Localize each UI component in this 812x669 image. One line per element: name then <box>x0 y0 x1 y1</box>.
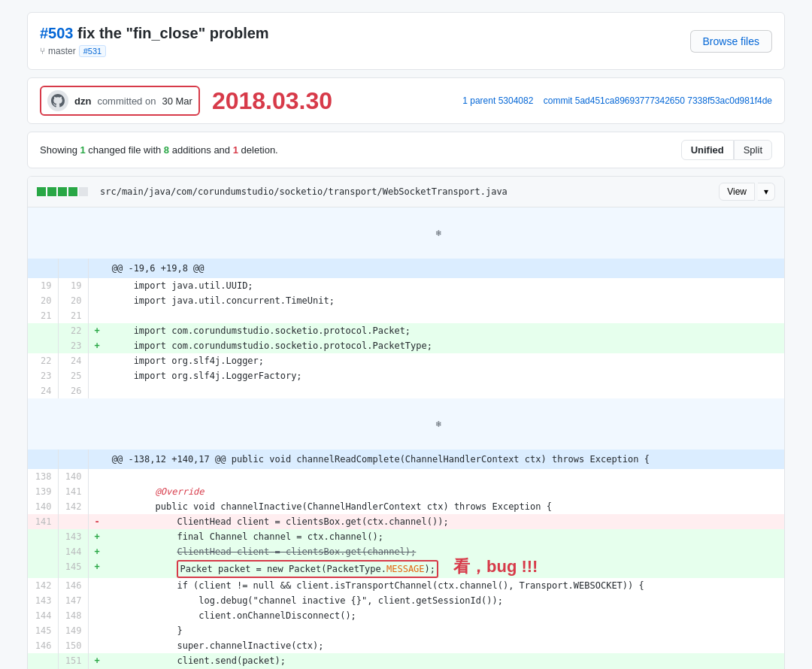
line-num-new: 143 <box>58 529 88 544</box>
with-label: with <box>144 144 161 156</box>
line-num-new: 148 <box>58 608 88 623</box>
line-num-new: 22 <box>58 323 88 338</box>
hunk-linenum-old-2 <box>28 450 58 469</box>
table-row: 138 140 <box>28 469 784 484</box>
line-code: ClientHead client = clientsBox.get(chann… <box>106 544 784 559</box>
line-num-new: 140 <box>58 469 88 484</box>
line-num-old: 139 <box>28 484 58 499</box>
line-marker: - <box>88 514 106 529</box>
line-num-new: 19 <box>58 278 88 293</box>
stats-bar: Showing 1 changed file with 8 additions … <box>27 132 785 168</box>
hunk-expand-row-2[interactable]: ❄ <box>28 398 784 450</box>
commit-title-area: #503 fix the "fin_close" problem ⑂ maste… <box>40 25 269 57</box>
line-code: log.debug("channel inactive {}", client.… <box>106 593 784 608</box>
line-num-new: 24 <box>58 353 88 368</box>
expand-icon-2: ❄ <box>436 419 441 429</box>
line-num-old: 141 <box>28 514 58 529</box>
line-code: import java.util.concurrent.TimeUnit; <box>106 293 784 308</box>
sq-3 <box>58 187 67 196</box>
stats-text: Showing 1 changed file with 8 additions … <box>40 144 278 156</box>
pr-badge[interactable]: #531 <box>79 45 106 57</box>
line-code: client.send(packet); <box>106 653 784 668</box>
table-row: 144 + ClientHead client = clientsBox.get… <box>28 544 784 559</box>
line-marker: + <box>88 338 106 353</box>
line-num-old <box>28 529 58 544</box>
commit-label: commit <box>544 95 573 106</box>
and-label: and <box>214 144 230 156</box>
changed-label: changed file <box>88 144 141 156</box>
line-num-new: 23 <box>58 338 88 353</box>
line-num-new: 146 <box>58 578 88 593</box>
line-num-old: 146 <box>28 638 58 653</box>
parent-label: 1 parent <box>462 95 495 106</box>
parent-hash[interactable]: 5304082 <box>498 95 534 106</box>
line-marker <box>88 608 106 623</box>
line-marker: + <box>88 653 106 668</box>
commit-title-text: fix the "fin_close" problem <box>77 25 269 41</box>
diff-table: ❄ @@ -19,6 +19,8 @@ 19 19 import java.ut… <box>28 207 784 669</box>
showing-label: Showing <box>40 144 77 156</box>
line-num-new: 20 <box>58 293 88 308</box>
line-marker <box>88 623 106 638</box>
browse-files-button[interactable]: Browse files <box>690 30 772 53</box>
line-num-new: 141 <box>58 484 88 499</box>
line-marker <box>88 469 106 484</box>
split-toggle[interactable]: Split <box>734 140 772 160</box>
file-header-right: View ▾ <box>719 183 775 201</box>
line-num-new: 145 <box>58 559 88 578</box>
view-button[interactable]: View <box>719 183 755 201</box>
line-num-old: 140 <box>28 499 58 514</box>
commit-info-bar: dzn committed on 30 Mar 2018.03.30 1 par… <box>27 77 785 124</box>
expand-icon: ❄ <box>436 228 441 238</box>
line-code: client.onChannelDisconnect(); <box>106 608 784 623</box>
unified-toggle[interactable]: Unified <box>681 140 734 160</box>
table-row: 139 141 @Override <box>28 484 784 499</box>
line-num-old: 142 <box>28 578 58 593</box>
line-num-old: 22 <box>28 353 58 368</box>
table-row: 143 147 log.debug("channel inactive {}",… <box>28 593 784 608</box>
line-marker <box>88 578 106 593</box>
branch-icon: ⑂ <box>40 46 45 56</box>
line-num-new: 151 <box>58 653 88 668</box>
table-row: 141 - ClientHead client = clientsBox.get… <box>28 514 784 529</box>
table-row: 22 24 import org.slf4j.Logger; <box>28 353 784 368</box>
commit-action: committed on <box>97 95 156 107</box>
line-marker: + <box>88 323 106 338</box>
table-row: 142 146 if (client != null && client.isT… <box>28 578 784 593</box>
line-num-new: 21 <box>58 308 88 323</box>
table-row: 146 150 super.channelInactive(ctx); <box>28 638 784 653</box>
file-change-indicator <box>37 187 88 196</box>
line-num-new: 25 <box>58 368 88 383</box>
line-num-new: 150 <box>58 638 88 653</box>
deletions-label: deletion. <box>241 144 278 156</box>
line-num-old: 143 <box>28 593 58 608</box>
hunk-expand-row[interactable]: ❄ <box>28 207 784 259</box>
table-row: 21 21 <box>28 308 784 323</box>
avatar <box>47 90 68 111</box>
hunk-header-1: @@ -19,6 +19,8 @@ <box>28 259 784 278</box>
line-code <box>106 469 784 484</box>
diff-toggle: Unified Split <box>681 140 772 160</box>
hunk-linenum-new <box>58 259 88 278</box>
table-row: 23 + import com.corundumstudio.socketio.… <box>28 338 784 353</box>
line-num-old: 20 <box>28 293 58 308</box>
line-code <box>106 308 784 323</box>
line-marker <box>88 278 106 293</box>
line-code: import com.corundumstudio.socketio.proto… <box>106 323 784 338</box>
line-marker <box>88 484 106 499</box>
hunk-linenum-old <box>28 259 58 278</box>
line-code: import org.slf4j.Logger; <box>106 353 784 368</box>
line-num-old: 145 <box>28 623 58 638</box>
bug-annotation: 看，bug !!! <box>453 557 538 576</box>
line-num-old <box>28 544 58 559</box>
line-num-old: 23 <box>28 368 58 383</box>
hunk-header-2: @@ -138,12 +140,17 @@ public void channe… <box>28 450 784 469</box>
line-num-new: 26 <box>58 383 88 398</box>
file-path: src/main/java/com/corundumstudio/socketi… <box>100 186 508 197</box>
line-num-old: 144 <box>28 608 58 623</box>
line-num-old: 21 <box>28 308 58 323</box>
chevron-down-button[interactable]: ▾ <box>758 183 775 201</box>
table-row: 151 + client.send(packet); <box>28 653 784 668</box>
table-row: 145 + Packet packet = new Packet(PacketT… <box>28 559 784 578</box>
line-num-new: 149 <box>58 623 88 638</box>
